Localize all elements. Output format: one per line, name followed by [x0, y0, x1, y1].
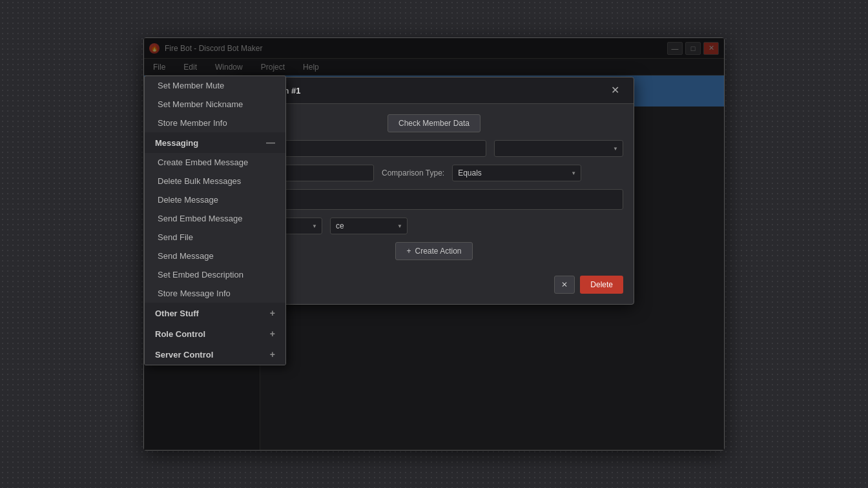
messaging-label: Messaging — [155, 138, 198, 148]
modal-close-button[interactable]: ✕ — [607, 84, 623, 97]
delete-button[interactable]: Delete — [580, 276, 623, 294]
dropdown-item-store-message-info[interactable]: Store Message Info — [145, 284, 285, 303]
role-control-label: Role Control — [155, 329, 205, 339]
selects-row: ce — [245, 218, 623, 234]
messaging-section-header[interactable]: Messaging — — [145, 132, 285, 153]
select-wrapper-2: ce — [330, 218, 408, 234]
check-member-button[interactable]: Check Member Data — [388, 114, 480, 132]
create-action-label: Create Action — [415, 247, 461, 256]
modal-overlay: Action #1 ✕ Check Member Data — [144, 38, 724, 450]
form-input-row — [245, 140, 623, 157]
server-control-section-header[interactable]: Server Control + — [145, 344, 285, 365]
other-stuff-plus-icon: + — [270, 308, 275, 318]
comparison-select-wrapper: Equals — [452, 165, 581, 181]
role-control-plus-icon: + — [270, 329, 275, 339]
dropdown-item-set-member-nickname[interactable]: Set Member Nickname — [145, 95, 285, 114]
other-stuff-label: Other Stuff — [155, 309, 199, 318]
create-action-button[interactable]: + Create Action — [395, 242, 472, 260]
create-action-section: + Create Action — [245, 242, 623, 260]
dropdown-item-delete-bulk-messages[interactable]: Delete Bulk Messages — [145, 172, 285, 190]
message-textarea[interactable] — [245, 189, 623, 210]
server-control-label: Server Control — [155, 350, 213, 360]
dropdown-item-create-embed-message[interactable]: Create Embed Message — [145, 153, 285, 172]
dropdown-item-send-file[interactable]: Send File — [145, 228, 285, 247]
server-control-plus-icon: + — [270, 349, 275, 360]
dropdown-item-delete-message[interactable]: Delete Message — [145, 190, 285, 209]
messaging-collapse-icon: — — [266, 137, 275, 148]
dropdown-item-send-embed-message[interactable]: Send Embed Message — [145, 209, 285, 228]
dropdown-item-store-member-info[interactable]: Store Member Info — [145, 114, 285, 132]
comparison-select[interactable]: Equals — [452, 165, 581, 181]
modal-footer: ✕ Delete — [234, 270, 634, 304]
modal-header: Action #1 ✕ — [234, 77, 634, 104]
dropdown-menu: Set Member Mute Set Member Nickname Stor… — [144, 76, 286, 365]
modal-body: Check Member Data Comparison Type: — [234, 104, 634, 270]
create-action-plus-icon: + — [406, 247, 411, 256]
action-select[interactable] — [494, 140, 623, 157]
app-window: 🔥 Fire Bot - Discord Bot Maker — □ ✕ Fil… — [143, 37, 725, 451]
action-select-wrapper — [494, 140, 623, 157]
check-member-section: Check Member Data — [245, 114, 623, 132]
action-modal: Action #1 ✕ Check Member Data — [234, 77, 634, 305]
dropdown-item-set-embed-description[interactable]: Set Embed Description — [145, 265, 285, 284]
other-stuff-section-header[interactable]: Other Stuff + — [145, 303, 285, 323]
dropdown-item-set-member-mute[interactable]: Set Member Mute — [145, 76, 285, 95]
comparison-type-label: Comparison Type: — [382, 168, 444, 178]
role-control-section-header[interactable]: Role Control + — [145, 323, 285, 344]
textarea-row — [245, 189, 623, 210]
dropdown-item-send-message[interactable]: Send Message — [145, 247, 285, 265]
comparison-row: Comparison Type: Equals — [245, 165, 623, 181]
option-select-2[interactable]: ce — [330, 218, 408, 234]
cancel-button[interactable]: ✕ — [554, 276, 575, 294]
